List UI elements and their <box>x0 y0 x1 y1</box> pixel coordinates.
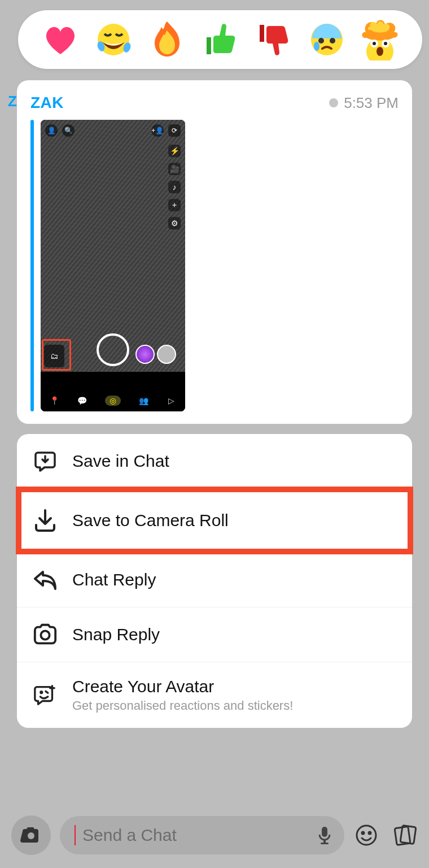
gallery-icon[interactable] <box>392 822 418 848</box>
sender-name: ZAK <box>30 94 64 112</box>
save-to-camera-roll-label: Save to Camera Roll <box>72 511 229 530</box>
shutter-button <box>97 333 129 366</box>
svg-point-11 <box>384 42 387 45</box>
camera-icon <box>33 622 58 647</box>
svg-point-19 <box>357 826 376 845</box>
flash-icon: ⚡ <box>168 145 181 157</box>
fire-emoji[interactable] <box>146 19 188 60</box>
svg-point-12 <box>377 47 383 56</box>
stories-icon: 👥 <box>138 396 148 406</box>
spotlight-icon: ▷ <box>166 396 176 406</box>
mic-icon[interactable] <box>317 826 332 845</box>
svg-point-20 <box>362 832 364 834</box>
camera-tab-icon: ◎ <box>105 396 121 406</box>
camera-button[interactable] <box>11 815 51 855</box>
save-in-chat-icon <box>33 449 58 474</box>
svg-point-5 <box>318 38 324 44</box>
text-cursor <box>75 825 76 845</box>
chat-reply-item[interactable]: Chat Reply <box>17 552 412 607</box>
search-icon: 🔍 <box>62 124 75 137</box>
reaction-bar <box>18 10 422 69</box>
status-dot <box>329 98 338 107</box>
emoji-icon[interactable] <box>353 822 379 848</box>
snap-thumbnail[interactable]: 👤 🔍 +👤 ⟳ ⚡ 🎥 ♪ ＋ ⚙ 🗂 <box>41 120 185 411</box>
svg-point-13 <box>41 631 49 639</box>
laugh-cry-emoji[interactable] <box>93 19 134 60</box>
svg-point-15 <box>28 832 34 839</box>
profile-icon: 👤 <box>45 124 58 137</box>
svg-point-9 <box>373 42 376 45</box>
snap-reply-item[interactable]: Snap Reply <box>17 607 412 662</box>
download-icon <box>33 508 58 533</box>
message-accent-bar <box>30 120 34 411</box>
svg-rect-18 <box>321 843 329 844</box>
svg-point-6 <box>330 38 335 44</box>
lens-icon-1 <box>135 345 155 364</box>
lens-icon-2 <box>157 345 176 364</box>
snap-reply-label: Snap Reply <box>72 625 160 644</box>
action-sheet: Save in Chat Save to Camera Roll Chat Re… <box>17 434 412 728</box>
svg-point-21 <box>369 832 371 834</box>
chat-reply-label: Chat Reply <box>72 570 156 589</box>
heart-emoji[interactable] <box>40 19 81 60</box>
svg-point-14 <box>41 692 42 693</box>
create-avatar-label: Create Your Avatar <box>72 677 293 696</box>
add-friend-icon: +👤 <box>151 124 164 137</box>
map-icon: 📍 <box>50 396 60 406</box>
chat-placeholder: Send a Chat <box>82 826 310 845</box>
create-avatar-sub: Get personalised reactions and stickers! <box>72 698 293 713</box>
plus-icon: ＋ <box>168 199 181 211</box>
message-card: ZAK 5:53 PM 👤 🔍 +👤 ⟳ ⚡ 🎥 <box>17 80 412 424</box>
mind-blown-emoji[interactable] <box>359 19 401 60</box>
save-to-camera-roll-item[interactable]: Save to Camera Roll <box>17 488 412 552</box>
chat-input[interactable]: Send a Chat <box>60 816 344 854</box>
memories-icon: 🗂 <box>44 345 64 367</box>
video-icon: 🎥 <box>168 163 181 175</box>
avatar-icon <box>33 683 58 708</box>
reply-icon <box>33 567 58 592</box>
settings-icon: ⚙ <box>168 217 181 229</box>
svg-point-7 <box>314 42 319 51</box>
save-in-chat-label: Save in Chat <box>72 452 169 471</box>
thumbs-up-emoji[interactable] <box>199 19 241 60</box>
svg-rect-16 <box>322 827 327 837</box>
music-icon: ♪ <box>168 181 181 193</box>
message-timestamp: 5:53 PM <box>329 94 399 112</box>
time-text: 5:53 PM <box>344 94 399 112</box>
crying-emoji[interactable] <box>306 19 348 60</box>
chat-icon: 💬 <box>77 396 87 406</box>
create-avatar-item[interactable]: Create Your Avatar Get personalised reac… <box>17 662 412 728</box>
thumbs-down-emoji[interactable] <box>252 19 294 60</box>
save-in-chat-item[interactable]: Save in Chat <box>17 434 412 488</box>
bottom-bar: Send a Chat <box>0 802 429 868</box>
